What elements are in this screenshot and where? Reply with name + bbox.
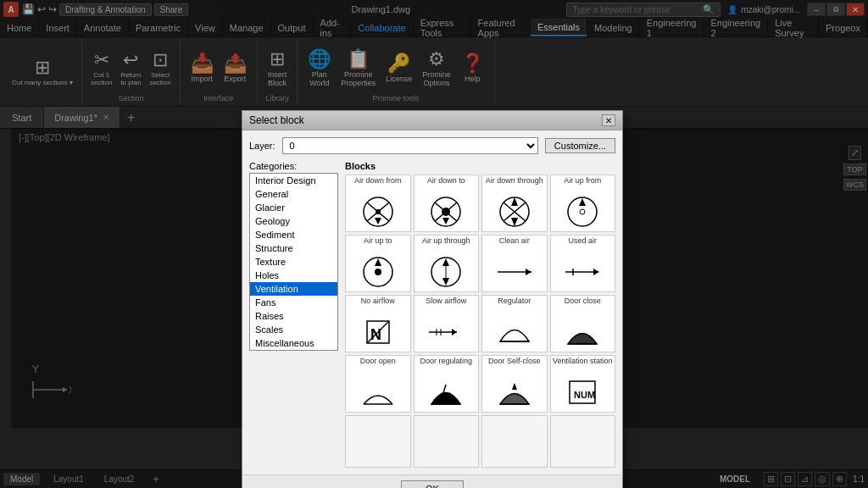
block-icon (561, 254, 604, 290)
block-icon (357, 194, 399, 230)
svg-point-23 (375, 269, 381, 275)
block-icon (425, 314, 467, 350)
dialog-titlebar: Select block ✕ (242, 111, 622, 130)
svg-marker-18 (511, 197, 518, 206)
block-cell[interactable]: Used air (550, 235, 616, 292)
block-icon (425, 374, 467, 410)
block-cell[interactable]: Door Self-close (481, 355, 548, 413)
svg-text:N: N (370, 326, 381, 343)
svg-marker-30 (526, 269, 531, 275)
block-cell[interactable]: Air up to (345, 235, 411, 292)
svg-marker-24 (375, 258, 381, 266)
block-label: Ventilation station (553, 358, 613, 373)
block-label: Door Self-close (488, 358, 541, 373)
svg-point-7 (376, 209, 381, 214)
block-label: Air down from (354, 177, 402, 192)
category-item[interactable]: Ventilation (250, 282, 337, 296)
block-label: Used air (568, 237, 597, 252)
svg-point-20 (580, 209, 585, 214)
dialog-title: Select block (249, 114, 304, 126)
category-item[interactable]: Geology (250, 214, 337, 228)
block-icon (493, 254, 536, 290)
block-cell[interactable]: Ventilation station NUM (550, 355, 616, 413)
svg-marker-47 (512, 383, 517, 390)
svg-point-12 (442, 208, 450, 216)
block-cell[interactable]: Slow airflow (414, 295, 480, 352)
block-label: Slow airflow (426, 297, 466, 313)
category-item[interactable]: General (250, 187, 337, 201)
category-item[interactable]: Holes (250, 269, 337, 282)
block-cell[interactable] (414, 415, 480, 468)
block-icon: N (357, 314, 399, 350)
block-cell[interactable]: Door close (550, 295, 616, 352)
block-icon (493, 194, 536, 230)
blocks-panel: Blocks Air down from Air down to Air dow… (345, 161, 615, 468)
category-item[interactable]: Miscellaneous (250, 336, 337, 350)
block-label: Air down to (427, 177, 465, 192)
block-label: Air up through (422, 237, 470, 252)
category-item[interactable]: Glacier (250, 201, 337, 214)
block-cell[interactable]: Air up from (550, 175, 616, 232)
block-label: Clean air (499, 237, 530, 252)
ok-button[interactable]: OK (401, 480, 464, 488)
block-label: Door regulating (420, 358, 472, 373)
blocks-grid: Air down from Air down to Air down throu… (345, 175, 615, 468)
block-cell[interactable] (550, 415, 616, 468)
blocks-title: Blocks (345, 161, 615, 171)
block-label: Air up to (364, 237, 392, 252)
layer-select[interactable]: 0 (282, 137, 538, 154)
block-cell[interactable]: No airflow N (345, 295, 411, 352)
block-icon (561, 314, 604, 350)
category-item[interactable]: Scales (250, 323, 337, 336)
dialog-close-btn[interactable]: ✕ (602, 114, 615, 126)
block-cell[interactable]: Air down through (481, 175, 548, 232)
block-label: Door open (360, 358, 396, 373)
select-block-dialog: Select block ✕ Layer: 0 Customize... Cat… (242, 110, 623, 488)
layer-label: Layer: (249, 141, 275, 151)
block-icon (425, 254, 467, 290)
categories-panel: Categories: Interior DesignGeneralGlacie… (249, 161, 338, 468)
dialog-overlay: Select block ✕ Layer: 0 Customize... Cat… (0, 0, 868, 488)
svg-text:NUM: NUM (574, 390, 595, 400)
block-icon (493, 314, 536, 350)
svg-marker-21 (579, 198, 586, 206)
block-cell[interactable]: Air up through (414, 235, 480, 292)
dialog-content: Categories: Interior DesignGeneralGlacie… (249, 161, 615, 468)
svg-marker-38 (452, 329, 457, 336)
categories-list[interactable]: Interior DesignGeneralGlacierGeologySedi… (249, 173, 338, 351)
category-item[interactable]: Fans (250, 296, 337, 309)
svg-marker-8 (375, 218, 381, 225)
block-icon (357, 254, 399, 290)
block-cell[interactable]: Door regulating (414, 355, 480, 413)
block-cell[interactable]: Air down to (414, 175, 480, 232)
block-cell[interactable]: Door open (345, 355, 411, 413)
block-icon (357, 374, 399, 410)
block-cell[interactable] (481, 415, 548, 468)
block-cell[interactable]: Regulator (481, 295, 548, 352)
block-icon: NUM (561, 374, 604, 410)
block-icon (425, 194, 467, 230)
block-cell[interactable]: Air down from (345, 175, 411, 232)
dialog-footer: OK (242, 474, 622, 488)
block-icon (493, 374, 536, 410)
customize-button[interactable]: Customize... (545, 138, 615, 153)
block-label: Door close (565, 297, 601, 313)
category-item[interactable]: Interior Design (250, 174, 337, 187)
category-item[interactable]: Sediment (250, 228, 337, 241)
block-cell[interactable] (345, 415, 411, 468)
categories-title: Categories: (249, 161, 338, 171)
svg-marker-17 (511, 218, 518, 226)
category-item[interactable]: Structure (250, 241, 337, 255)
category-item[interactable]: Texture (250, 255, 337, 269)
block-label: Regulator (498, 297, 531, 313)
category-item[interactable]: Raises (250, 309, 337, 323)
block-label: Air down through (486, 177, 543, 192)
layer-row: Layer: 0 Customize... (249, 137, 615, 154)
block-icon (561, 194, 604, 230)
block-cell[interactable]: Clean air (481, 235, 548, 292)
block-label: Air up from (564, 177, 601, 192)
svg-marker-32 (593, 269, 599, 275)
svg-marker-13 (442, 218, 449, 225)
block-label: No airflow (361, 297, 395, 313)
dialog-body: Layer: 0 Customize... Categories: Interi… (242, 130, 622, 474)
